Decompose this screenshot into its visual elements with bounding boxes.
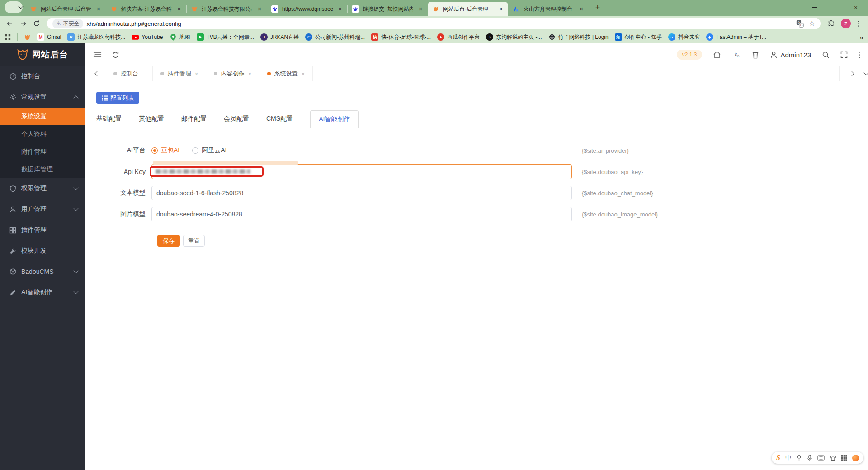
- close-icon[interactable]: ×: [195, 70, 198, 77]
- bookmarks-overflow-icon[interactable]: »: [860, 33, 863, 41]
- sogou-logo-icon[interactable]: S: [776, 454, 780, 462]
- sidebar-toggle-icon[interactable]: [93, 51, 102, 58]
- browser-tab-active[interactable]: 网站后台-后台管理 ×: [428, 2, 508, 16]
- radio-aliyun[interactable]: 阿里云AI: [192, 146, 226, 155]
- window-minimize-button[interactable]: [804, 0, 825, 14]
- browser-tab[interactable]: https://www.dqinspection.co... ×: [267, 2, 347, 16]
- bookmark-item[interactable]: 知创作中心 - 知乎: [615, 33, 662, 41]
- more-menu-icon[interactable]: [859, 52, 860, 58]
- window-close-button[interactable]: ×: [845, 0, 866, 14]
- config-tab-ai[interactable]: AI智能创作: [310, 110, 359, 128]
- tab-search-button[interactable]: [5, 1, 23, 13]
- sidebar-item-general-settings[interactable]: 常规设置: [0, 87, 85, 108]
- close-tab-icon[interactable]: ×: [256, 5, 263, 13]
- bookmark-item[interactable]: C公司新闻-苏州科瑞...: [305, 33, 365, 41]
- browser-tab[interactable]: 网站后台管理-后台管理 ×: [25, 2, 106, 16]
- sidebar-item-profile[interactable]: 个人资料: [0, 125, 85, 143]
- bookmark-item[interactable]: ♪东沟解说的主页 -...: [486, 33, 542, 41]
- bookmark-item[interactable]: JJRKAN直播: [260, 33, 299, 41]
- address-bar[interactable]: ⚠ 不安全 xhs/adminhoutai.php#general.config…: [47, 18, 821, 29]
- close-tab-icon[interactable]: ×: [95, 5, 102, 13]
- trash-icon[interactable]: [752, 51, 759, 59]
- bookmark-item[interactable]: YouTube: [132, 33, 163, 41]
- refresh-icon[interactable]: [112, 51, 119, 59]
- sidebar-item-users[interactable]: 用户管理: [0, 199, 85, 220]
- sidebar-item-attachments[interactable]: 附件管理: [0, 143, 85, 160]
- sidebar-item-permissions[interactable]: 权限管理: [0, 178, 85, 199]
- close-tab-icon[interactable]: ×: [175, 5, 183, 13]
- search-icon[interactable]: [822, 51, 830, 59]
- close-tab-icon[interactable]: ×: [417, 5, 424, 13]
- tab-dashboard[interactable]: 控制台: [99, 66, 153, 81]
- fox-bookmark-icon[interactable]: [24, 34, 31, 41]
- bookmark-star-icon[interactable]: ☆: [809, 19, 815, 28]
- toolbox-grid-icon[interactable]: [841, 455, 847, 461]
- pin-icon[interactable]: [796, 455, 802, 461]
- bookmark-item[interactable]: 西瓜创作平台: [437, 33, 480, 41]
- browser-tab[interactable]: 火山方舟管理控制台 ×: [508, 2, 589, 16]
- window-maximize-button[interactable]: [825, 0, 845, 14]
- extensions-icon[interactable]: [825, 18, 837, 29]
- reset-button[interactable]: 重置: [183, 235, 205, 247]
- chat-model-input[interactable]: [151, 186, 572, 200]
- sidebar-item-database[interactable]: 数据库管理: [0, 160, 85, 178]
- keyboard-icon[interactable]: [817, 455, 825, 461]
- browser-tab[interactable]: 江苏易盒科技有限公司-永久开... ×: [186, 2, 267, 16]
- bookmark-item[interactable]: 快快-体育-足球-篮球-...: [371, 33, 431, 41]
- config-tab-other[interactable]: 其他配置: [139, 110, 164, 128]
- tabs-scroll-right[interactable]: [839, 66, 854, 81]
- sidebar-item-dashboard[interactable]: 控制台: [0, 66, 85, 87]
- user-menu[interactable]: Admin123: [770, 51, 811, 59]
- reload-icon[interactable]: [31, 18, 42, 29]
- security-chip[interactable]: ⚠ 不安全: [52, 19, 83, 28]
- bookmark-item[interactable]: FastAdmin – 基于T...: [706, 33, 766, 41]
- close-icon[interactable]: ×: [248, 70, 252, 77]
- sidebar-item-plugins[interactable]: 插件管理: [0, 220, 85, 240]
- radio-doubao[interactable]: 豆包AI: [151, 146, 179, 155]
- close-tab-icon[interactable]: ×: [336, 5, 344, 13]
- browser-menu-icon[interactable]: [853, 18, 864, 29]
- tabs-collapse[interactable]: [854, 66, 868, 81]
- skin-icon[interactable]: [830, 455, 836, 461]
- browser-tab[interactable]: 解决方案-江苏易盒科技有限公... ×: [106, 2, 186, 16]
- config-tab-cms[interactable]: CMS配置: [266, 110, 293, 128]
- image-model-input[interactable]: [151, 207, 572, 221]
- sidebar-item-system-settings[interactable]: 系统设置: [0, 108, 85, 125]
- forward-icon[interactable]: [17, 18, 29, 29]
- apps-grid-icon[interactable]: [5, 34, 11, 40]
- config-tab-member[interactable]: 会员配置: [224, 110, 249, 128]
- sogou-assistant-icon[interactable]: [852, 455, 859, 461]
- bookmark-item[interactable]: 抖音来客: [668, 33, 700, 41]
- config-tab-basic[interactable]: 基础配置: [96, 110, 122, 128]
- sidebar-item-ai-creation[interactable]: AI智能创作: [0, 282, 85, 303]
- bookmark-item[interactable]: P江苏蘵龙医药科技...: [67, 33, 125, 41]
- chinese-mode-icon[interactable]: 中: [785, 454, 791, 462]
- tabs-scroll-left[interactable]: [85, 66, 99, 81]
- bookmark-item[interactable]: MGmail: [37, 33, 61, 41]
- back-icon[interactable]: [4, 18, 15, 29]
- translate-icon[interactable]: 文G: [796, 20, 804, 28]
- close-icon[interactable]: ×: [302, 70, 305, 77]
- url-text[interactable]: xhs/adminhoutai.php#general.config: [87, 20, 181, 27]
- home-icon[interactable]: [713, 51, 721, 59]
- browser-tab[interactable]: 链接提交_加快网站内容抓取,... ×: [347, 2, 428, 16]
- close-tab-icon[interactable]: ×: [578, 5, 585, 13]
- close-tab-icon[interactable]: ×: [497, 5, 505, 13]
- save-button[interactable]: 保存: [157, 235, 180, 247]
- config-list-button[interactable]: 配置列表: [96, 92, 139, 104]
- tab-plugins[interactable]: 插件管理×: [153, 66, 206, 81]
- tab-content-creation[interactable]: 内容创作×: [206, 66, 259, 81]
- app-logo[interactable]: 网站后台: [0, 43, 85, 66]
- bookmark-item[interactable]: 地图: [170, 33, 190, 41]
- fullscreen-icon[interactable]: [840, 51, 848, 58]
- tab-system-settings[interactable]: 系统设置×: [259, 66, 313, 81]
- bookmark-item[interactable]: TVB云播：全网最...: [197, 33, 254, 41]
- profile-avatar[interactable]: z: [841, 19, 851, 28]
- sidebar-item-module-dev[interactable]: 模块开发: [0, 240, 85, 261]
- mic-icon[interactable]: [807, 455, 812, 461]
- new-tab-button[interactable]: +: [591, 1, 604, 14]
- language-icon[interactable]: 文A: [732, 51, 741, 59]
- config-tab-mail[interactable]: 邮件配置: [181, 110, 207, 128]
- bookmark-item[interactable]: 竹子网络科技 | Login: [548, 33, 609, 41]
- sidebar-item-badoucms[interactable]: BadouCMS: [0, 261, 85, 282]
